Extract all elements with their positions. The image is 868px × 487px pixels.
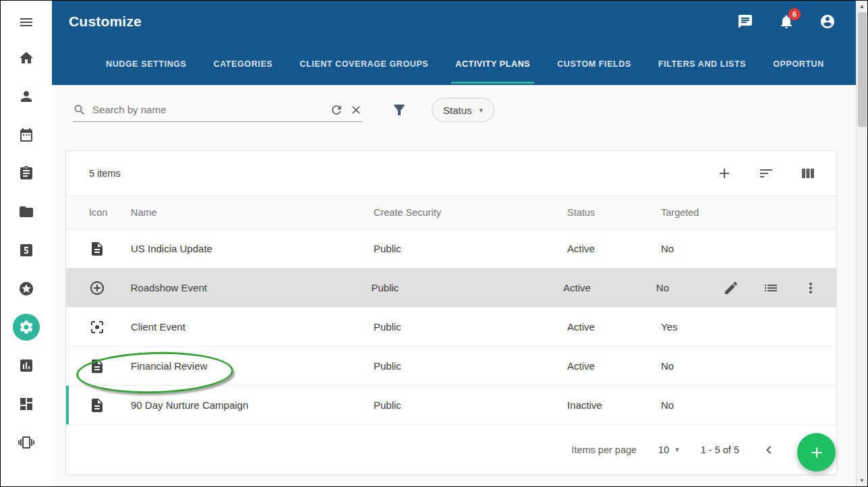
row-actions [723,280,836,296]
dashboard-icon[interactable] [1,384,52,423]
status-value: Inactive [567,399,661,411]
filter-funnel-icon[interactable] [391,102,407,118]
targeted-value: No [656,282,723,293]
create-security-value: Public [374,321,567,333]
refresh-icon[interactable] [330,103,343,117]
status-filter-chip[interactable]: Status ▾ [432,98,494,122]
folder-icon[interactable] [1,192,52,231]
tab-filters-and-lists[interactable]: FILTERS AND LISTS [658,42,746,85]
scroll-up-icon[interactable]: ▲ [857,1,868,12]
previous-page-icon[interactable] [761,442,777,458]
pagination-bar: Items per page 10 ▾ 1 - 5 of 5 [66,425,836,474]
tab-bar: NUDGE SETTINGS CATEGORIES CLIENT COVERAG… [52,42,856,85]
edit-pencil-icon[interactable] [723,280,739,296]
stars-icon[interactable] [1,269,52,308]
content-area: Status ▾ 5 items [52,85,856,486]
items-count: 5 items [89,168,121,179]
settings-active-circle [13,314,40,341]
tab-label: CLIENT COVERAGE GROUPS [299,59,428,69]
reports-icon[interactable] [1,346,52,384]
page-size-select[interactable]: 10 ▾ [658,445,679,455]
notifications-bell-icon[interactable]: 6 [778,13,794,30]
add-circle-icon [89,280,130,296]
table-header-row: Icon Name Create Security Status Targete… [66,196,836,229]
chevron-down-icon: ▾ [675,445,679,454]
menu-icon[interactable] [1,6,52,38]
document-icon [89,241,131,257]
search-input[interactable] [92,104,324,115]
chevron-down-icon: ▾ [480,107,484,114]
page-title: Customize [69,13,142,30]
status-value: Active [567,360,661,372]
tab-label: NUDGE SETTINGS [106,59,187,69]
chat-icon[interactable] [737,13,753,30]
targeted-value: Yes [661,321,728,333]
plan-name: Financial Review [131,360,374,372]
tab-custom-fields[interactable]: CUSTOM FIELDS [557,42,631,85]
pagination-range: 1 - 5 of 5 [701,445,739,455]
account-avatar-icon[interactable] [819,13,836,30]
home-icon[interactable] [1,38,52,77]
tab-nudge-settings[interactable]: NUDGE SETTINGS [106,42,187,85]
center-focus-icon [89,319,131,335]
sidebar [1,1,52,486]
search-filter-row: Status ▾ [52,85,856,135]
header-create-security: Create Security [374,207,567,218]
topbar-actions: 6 [737,13,836,30]
create-security-value: Public [371,282,563,293]
calendar-icon[interactable] [1,115,52,154]
clear-search-icon[interactable] [349,103,363,117]
tab-client-coverage-groups[interactable]: CLIENT COVERAGE GROUPS [299,42,428,85]
table-row[interactable]: Roadshow Event Public Active No [66,268,836,308]
header-icon: Icon [89,207,131,218]
status-value: Active [567,321,661,333]
tab-label: FILTERS AND LISTS [658,59,746,69]
plan-name: Roadshow Event [130,282,371,293]
scrollbar-thumb[interactable] [858,12,867,127]
status-value: Active [567,243,661,254]
table-row[interactable]: Client Event Public Active Yes [66,308,836,347]
activity-plans-card: 5 items Icon Nam [65,150,837,475]
card-toolbar: 5 items [66,151,836,196]
notification-badge: 6 [788,8,801,20]
tab-opportunities-truncated[interactable]: OPPORTUN [773,42,824,85]
status-filter-label: Status [443,105,472,116]
topbar: Customize 6 NUDGE SETTINGS CATEGORI [52,1,856,85]
tab-label: ACTIVITY PLANS [455,59,530,69]
plan-name: Client Event [131,321,374,333]
more-vert-icon[interactable] [803,280,819,296]
targeted-value: No [661,243,728,254]
status-value: Active [563,282,656,293]
contacts-icon[interactable] [1,77,52,115]
add-activity-plan-fab[interactable] [797,433,836,471]
items-per-page-label: Items per page [571,445,637,455]
add-icon[interactable] [716,165,732,181]
tasks-icon[interactable] [1,154,52,192]
card-toolbar-tools [716,165,816,181]
sort-icon[interactable] [758,165,774,181]
targeted-value: No [661,399,728,411]
vertical-scrollbar[interactable]: ▲ ▼ [856,1,867,486]
tab-label: OPPORTUN [773,59,824,69]
create-security-value: Public [374,243,567,254]
vibration-icon[interactable] [1,423,52,461]
table-row[interactable]: US Indicia Update Public Active No [66,229,836,268]
header-targeted: Targeted [661,207,728,218]
document-icon [89,358,131,374]
header-name: Name [131,207,374,218]
plan-name: 90 Day Nurture Campaign [131,399,374,411]
settings-icon[interactable] [1,308,52,346]
tab-label: CUSTOM FIELDS [557,59,631,69]
search-box [73,98,363,122]
table-row[interactable]: Financial Review Public Active No [66,347,836,386]
columns-icon[interactable] [800,165,816,181]
tab-categories[interactable]: CATEGORIES [214,42,273,85]
scroll-down-icon[interactable]: ▼ [857,475,868,486]
page-size-value: 10 [658,445,669,455]
search-icon [73,103,86,117]
five-icon[interactable] [1,231,52,269]
table-row[interactable]: 90 Day Nurture Campaign Public Inactive … [66,386,836,425]
list-icon[interactable] [763,280,779,296]
create-security-value: Public [374,399,567,411]
tab-activity-plans[interactable]: ACTIVITY PLANS [455,42,530,85]
